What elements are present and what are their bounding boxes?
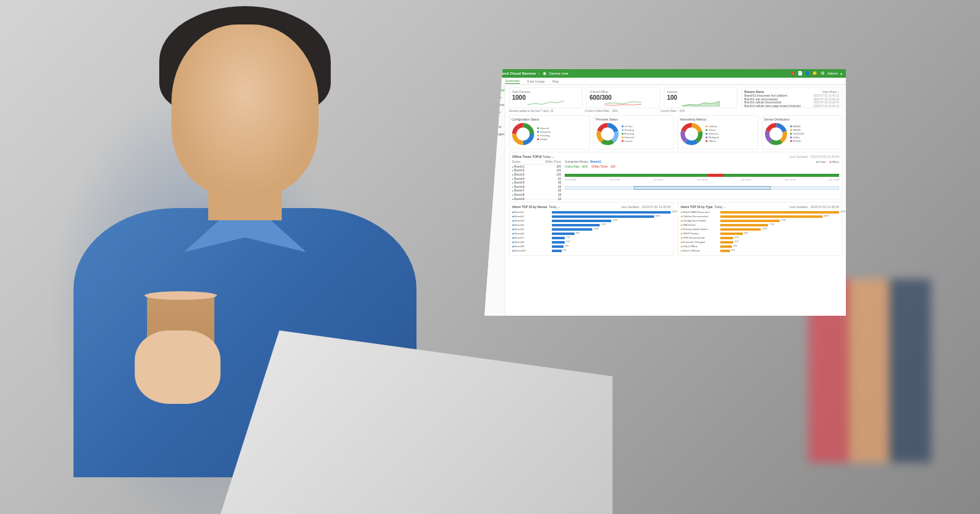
table-row[interactable]: Branch928 [512,197,561,201]
sparkline-total [511,99,581,106]
bar-row: Branch7450 [512,236,671,240]
chevron-down-icon[interactable]: ⌄ [552,155,554,158]
alert-row[interactable]: Branch1 cellular data usage exceed thres… [744,108,839,108]
bar-row: Branch51408 [512,227,671,231]
table-row[interactable]: Branch538 [512,181,561,185]
donut-device-distribution: Device DistributionER805ER605ODU2002InHu… [762,115,843,149]
timeline-scrollbar[interactable] [565,186,839,190]
sparkline-online [588,99,658,106]
bar-row: Branch23600 [512,214,671,218]
bookmark-icon[interactable]: 🔖 [791,71,796,76]
bar-row: Branch6800 [512,231,671,236]
content: Total Devices 1000 Online/Offline 600/30… [505,85,846,316]
sparkline-inactive [666,99,736,106]
dashboard-window: ▦ InHand Cloud Service | ◉ Device Live 🔖… [484,69,846,316]
bar-row: SIM Switch1700 [680,223,839,227]
bar-row: Cellular Disconnected3600 [680,214,839,218]
kpi-inactive: Inactive 100 [664,88,737,108]
connection-history-chart: Connection History : Branch1 Online Rate… [565,160,839,197]
donut-networking-method: Networking MethodCellularWiredWirelessMu… [677,115,758,149]
bar-row: DHCP Failure800 [680,231,839,236]
table-row[interactable]: Branch628 [512,185,561,189]
bar-row: VPN Disconnected450 [680,236,839,240]
product-icon: ◉ [542,71,547,76]
kpi-online-rate-note: Current Online Rate：60% [585,110,661,113]
kpi-online-offline: Online/Offline 600/300 [586,88,660,108]
recent-alerts: Recent AlertsView More > Branch10 discon… [741,88,842,108]
bar-row: Wired WAN Disconnect4200 [680,210,839,214]
alerts-by-device-card: Alerts TOP 10 by Device Today ⌄Last Upda… [509,202,674,256]
table-row[interactable]: Branch2150 [512,169,561,173]
offline-times-card: Offline Times TOP10 Today ⌄ Last Updated… [509,152,842,199]
bar-row: Branch14200 [512,210,671,214]
user-menu[interactable]: Admin [827,72,838,75]
table-row[interactable]: Branch1240 [512,165,561,169]
gear-icon[interactable]: ⚙ [820,71,825,76]
tabbar: Summary Data Usage Map [484,78,846,85]
user-icon[interactable]: 👤 [805,71,810,76]
table-row[interactable]: Branch828 [512,193,561,197]
chevron-down-icon[interactable]: ⌄ [558,205,560,209]
bar-row: Branch32100 [512,218,671,223]
bar-row: Primary Uplink Switch1408 [680,227,839,231]
kpi-added-note: Devices added in the last 7 days: 10 [509,110,585,113]
bar-row: Configuration Failed2100 [680,218,839,223]
bell-icon[interactable]: 🔔 [813,71,818,76]
alerts-by-type-card: Alerts TOP 10 by Type Today ⌄Last Update… [677,202,842,256]
bar-row: Branch9400 [512,244,671,248]
product-label: Device Live [549,72,568,75]
table-row[interactable]: Branch728 [512,189,561,193]
alerts-more-link[interactable]: View More > [822,90,839,94]
chevron-down-icon[interactable]: ▾ [840,72,842,76]
table-row[interactable]: Branch3100 [512,173,561,177]
topbar: ▦ InHand Cloud Service | ◉ Device Live 🔖… [484,69,846,78]
bar-row: Device Reboot350 [680,248,839,253]
tab-summary[interactable]: Summary [505,79,520,84]
bar-row: Firmware Changed450 [680,240,839,244]
tab-data-usage[interactable]: Data Usage [527,80,545,83]
bar-row: Branch10350 [512,248,671,253]
file-icon[interactable]: 📄 [798,71,803,76]
bar-row: Branch8450 [512,240,671,244]
kpi-current-rate-note: Current Rate：10% [660,110,736,113]
chevron-down-icon[interactable]: ⌄ [723,205,726,209]
donut-firmware-status: Firmware StatusIn PlanPendingRunningFini… [594,115,674,149]
kpi-total: Total Devices 1000 [509,88,582,108]
tab-map[interactable]: Map [552,80,559,83]
bar-row: Branch41700 [512,223,671,227]
donut-configuration-status: Configuration StatusSyncedSuspendPending… [509,115,590,149]
offline-table: DeviceOffline Times Branch1240Branch2150… [512,160,561,197]
bar-row: Client Offline400 [680,244,839,248]
table-row[interactable]: Branch450 [512,177,561,181]
